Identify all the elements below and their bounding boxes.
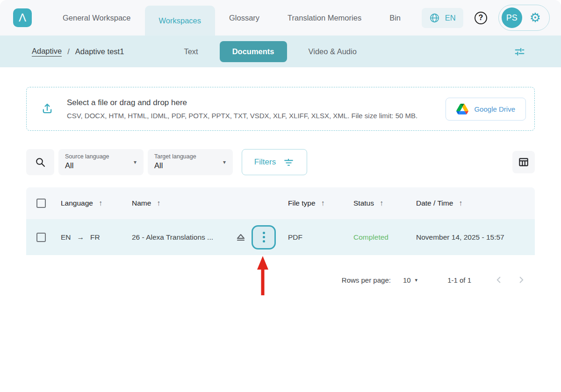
header-file-type[interactable]: File type ↑ (288, 199, 353, 207)
google-drive-label: Google Drive (474, 105, 515, 113)
header-name[interactable]: Name ↑ (132, 199, 288, 207)
question-icon: ? (478, 14, 483, 22)
globe-icon (429, 13, 440, 23)
dot (263, 240, 265, 242)
filter-toolbar: Source language All ▾ Target language Al… (26, 149, 535, 175)
header-date-time[interactable]: Date / Time ↑ (416, 199, 535, 207)
breadcrumb-separator: / (67, 47, 70, 56)
dropzone-formats: CSV, DOCX, HTM, HTML, IDML, PDF, POTX, P… (67, 112, 417, 120)
column-settings-button[interactable] (512, 151, 535, 173)
language-code: EN (445, 14, 456, 22)
brand-logo-glyph: Λ (19, 11, 26, 24)
row-select[interactable] (26, 233, 61, 242)
main-nav: General Workspace Workspaces Glossary Tr… (49, 0, 415, 36)
documents-panel: Select a file or drag and drop here CSV,… (0, 87, 561, 285)
nav-item-bin[interactable]: Bin (375, 0, 415, 36)
sort-asc-icon: ↑ (157, 199, 160, 207)
source-language-value: All (65, 161, 129, 170)
upload-icon (41, 102, 54, 115)
content-type-tabs: Text Documents Video & Audio (184, 41, 357, 62)
eject-button[interactable] (235, 231, 247, 243)
filters-button[interactable]: Filters (242, 149, 307, 175)
workspace-settings-button[interactable] (514, 46, 525, 57)
nav-item-glossary[interactable]: Glossary (215, 0, 273, 36)
target-language-select[interactable]: Target language All ▾ (148, 149, 233, 175)
row-file-type: PDF (288, 233, 353, 242)
sort-asc-icon: ↑ (459, 199, 462, 207)
breadcrumb-root-link[interactable]: Adaptive (32, 47, 62, 57)
chevron-down-icon: ▾ (415, 277, 418, 283)
brand-logo[interactable]: Λ (13, 8, 32, 27)
row-language-cell: EN → FR (61, 233, 132, 242)
sort-asc-icon: ↑ (99, 199, 102, 207)
account-menu[interactable]: PS ⚙ (498, 5, 550, 31)
target-language-label: Target language (154, 153, 219, 160)
rows-per-page-label: Rows per page: (342, 276, 391, 284)
avatar-initials: PS (506, 13, 518, 23)
tab-video-audio[interactable]: Video & Audio (309, 47, 357, 56)
search-icon (35, 157, 46, 168)
document-name: 26 - Alexa Translations ... (132, 233, 231, 242)
row-status-badge: Completed (353, 233, 416, 242)
workspace-header-bar: Adaptive / Adaptive test1 Text Documents… (0, 36, 561, 67)
filters-button-label: Filters (254, 157, 276, 167)
target-language-code: FR (90, 233, 100, 242)
row-checkbox[interactable] (36, 233, 46, 242)
google-drive-icon (456, 104, 468, 114)
arrow-right-icon: → (77, 233, 85, 242)
chevron-down-icon: ▾ (223, 159, 226, 165)
source-language-label: Source language (65, 153, 129, 160)
rows-per-page-value: 10 (403, 276, 411, 284)
app-window: Λ General Workspace Workspaces Glossary … (0, 0, 561, 392)
pagination-range: 1-1 of 1 (447, 276, 471, 284)
table-header-row: Language ↑ Name ↑ File type ↑ Status ↑ D… (26, 187, 535, 219)
google-drive-button[interactable]: Google Drive (446, 98, 526, 121)
chevron-right-icon (516, 275, 526, 285)
tab-documents[interactable]: Documents (220, 41, 287, 62)
language-selector[interactable]: EN (422, 8, 463, 28)
header-status[interactable]: Status ↑ (353, 199, 416, 207)
settings-gear-icon[interactable]: ⚙ (530, 12, 541, 24)
nav-item-translation-memories[interactable]: Translation Memories (273, 0, 375, 36)
nav-item-workspaces[interactable]: Workspaces (145, 6, 215, 36)
previous-page-button[interactable] (494, 275, 504, 285)
filter-list-icon (283, 157, 295, 168)
rows-per-page-select[interactable]: 10 ▾ (403, 276, 417, 284)
nav-item-general-workspace[interactable]: General Workspace (49, 0, 145, 36)
topbar-right-controls: EN ? PS ⚙ (422, 0, 550, 36)
avatar[interactable]: PS (502, 7, 522, 28)
breadcrumb-current: Adaptive test1 (75, 47, 124, 56)
sort-asc-icon: ↑ (321, 199, 325, 207)
chevron-left-icon (494, 275, 504, 285)
tab-text[interactable]: Text (184, 47, 198, 56)
source-language-code: EN (61, 233, 71, 242)
documents-table: Language ↑ Name ↑ File type ↑ Status ↑ D… (26, 187, 535, 255)
source-language-select[interactable]: Source language All ▾ (58, 149, 144, 175)
search-button[interactable] (26, 149, 54, 175)
dot (263, 232, 265, 234)
table-row[interactable]: EN → FR 26 - Alexa Translations ... (26, 219, 535, 255)
row-actions-menu-button[interactable] (252, 225, 276, 249)
row-name-cell: 26 - Alexa Translations ... (132, 225, 288, 249)
target-language-value: All (154, 161, 219, 170)
header-language[interactable]: Language ↑ (61, 199, 132, 207)
chevron-down-icon: ▾ (134, 159, 137, 165)
dropzone-text: Select a file or drag and drop here CSV,… (67, 98, 417, 120)
pagination-bar: Rows per page: 10 ▾ 1-1 of 1 (26, 275, 535, 285)
next-page-button[interactable] (516, 275, 526, 285)
help-button[interactable]: ? (475, 12, 487, 24)
breadcrumb: Adaptive / Adaptive test1 (32, 47, 124, 57)
eject-icon (235, 231, 247, 243)
top-navigation-bar: Λ General Workspace Workspaces Glossary … (0, 0, 561, 36)
dropzone-title: Select a file or drag and drop here (67, 98, 417, 107)
file-dropzone[interactable]: Select a file or drag and drop here CSV,… (26, 87, 535, 131)
table-columns-icon (518, 156, 530, 168)
select-all-checkbox[interactable] (36, 199, 46, 208)
sort-asc-icon: ↑ (380, 199, 383, 207)
dot (263, 236, 265, 238)
row-date-time: November 14, 2025 - 15:57 (416, 233, 535, 242)
header-select-all[interactable] (26, 199, 61, 208)
tune-sliders-icon (514, 46, 525, 57)
